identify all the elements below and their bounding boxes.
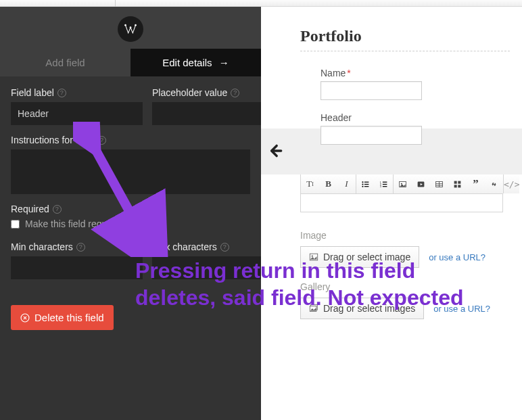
tab-add-field[interactable]: Add field — [0, 49, 130, 76]
min-chars-label: Min characters ? — [11, 241, 143, 252]
preview-panel: Portfolio Name* Header WYSIWYG text TI B… — [261, 7, 522, 420]
help-icon[interactable]: ? — [97, 136, 106, 145]
field-label-input[interactable] — [11, 102, 143, 125]
x-circle-icon — [20, 313, 30, 323]
name-field-block: Name* — [321, 68, 522, 100]
edit-panel: Add field Edit details → Field label ? P… — [0, 7, 261, 420]
wysiwyg-toolbar: TI B I 123 ” </> — [300, 174, 503, 193]
required-label: Required ? — [11, 204, 250, 214]
svg-rect-13 — [383, 181, 387, 182]
header-input[interactable] — [321, 126, 422, 145]
svg-rect-14 — [383, 183, 387, 184]
svg-rect-8 — [364, 183, 369, 184]
svg-point-1 — [130, 26, 132, 28]
svg-point-2 — [135, 24, 137, 26]
min-chars-input[interactable] — [11, 256, 143, 279]
svg-point-17 — [401, 183, 402, 184]
logo-wrap — [0, 7, 261, 49]
gallery-label: Gallery — [300, 281, 522, 292]
svg-rect-26 — [458, 185, 460, 187]
code-icon[interactable]: </> — [504, 174, 519, 193]
drag-select-image-button[interactable]: Drag or select image — [300, 246, 419, 268]
app-logo[interactable] — [118, 16, 143, 42]
name-input[interactable] — [321, 81, 422, 100]
tab-edit-details[interactable]: Edit details → — [130, 49, 261, 76]
svg-point-0 — [124, 24, 126, 26]
logo-w-icon — [124, 22, 137, 36]
arrow-right-icon: → — [219, 57, 229, 68]
use-url-link[interactable]: or use a URL? — [433, 304, 490, 314]
panel-body: Field label ? Placeholder value ? Instru… — [0, 76, 261, 420]
window-chrome-top — [0, 0, 522, 7]
help-icon[interactable]: ? — [57, 89, 66, 97]
drag-select-images-button[interactable]: Drag or select images — [300, 298, 424, 319]
name-label: Name* — [321, 68, 522, 78]
grid-icon[interactable] — [448, 174, 467, 193]
svg-rect-9 — [364, 186, 369, 187]
title-divider — [300, 51, 510, 51]
svg-rect-23 — [454, 181, 457, 183]
wysiwyg-editor[interactable] — [300, 193, 503, 212]
header-label: Header — [321, 112, 522, 123]
text-size-icon[interactable]: TI — [301, 174, 319, 193]
required-checkbox[interactable] — [11, 220, 20, 229]
back-arrow-icon[interactable] — [266, 142, 284, 164]
table-icon[interactable] — [430, 174, 448, 193]
instructions-input[interactable] — [11, 149, 250, 194]
image-field-block: Image Drag or select image or use a URL? — [300, 230, 522, 268]
svg-point-6 — [362, 185, 363, 187]
svg-rect-25 — [454, 185, 457, 187]
instructions-label: Instructions for user ? — [11, 135, 250, 145]
help-icon[interactable]: ? — [76, 243, 85, 252]
gallery-field-block: Gallery Drag or select images or use a U… — [300, 281, 522, 319]
image-label: Image — [300, 230, 522, 241]
help-icon[interactable]: ? — [231, 89, 239, 97]
quote-icon[interactable]: ” — [467, 174, 485, 193]
italic-icon[interactable]: I — [337, 174, 356, 193]
picture-icon — [309, 252, 318, 262]
delete-field-button[interactable]: Delete this field — [11, 305, 114, 330]
svg-rect-7 — [364, 181, 369, 182]
field-label-label: Field label ? — [11, 87, 143, 98]
panel-tabs: Add field Edit details → — [0, 49, 261, 76]
bold-icon[interactable]: B — [319, 174, 337, 193]
app-root: Add field Edit details → Field label ? P… — [0, 7, 522, 420]
svg-point-5 — [362, 183, 363, 185]
required-checkbox-label: Make this field required — [25, 218, 123, 229]
image-icon[interactable] — [394, 174, 412, 193]
svg-rect-24 — [458, 181, 460, 183]
help-icon[interactable]: ? — [220, 243, 229, 252]
tab-edit-label: Edit details — [162, 57, 212, 68]
pictures-icon — [309, 304, 318, 313]
svg-text:3: 3 — [380, 185, 381, 188]
list-ul-icon[interactable] — [356, 174, 375, 193]
video-icon[interactable] — [412, 174, 430, 193]
header-field-block[interactable]: Header — [306, 112, 522, 145]
svg-point-4 — [362, 181, 363, 183]
svg-point-28 — [312, 256, 313, 257]
help-icon[interactable]: ? — [53, 205, 62, 214]
page-title: Portfolio — [300, 27, 522, 45]
use-url-link[interactable]: or use a URL? — [429, 252, 485, 262]
list-ol-icon[interactable]: 123 — [375, 174, 393, 193]
svg-rect-15 — [383, 186, 387, 187]
required-star-icon: * — [347, 68, 350, 78]
link-icon[interactable] — [485, 174, 503, 193]
